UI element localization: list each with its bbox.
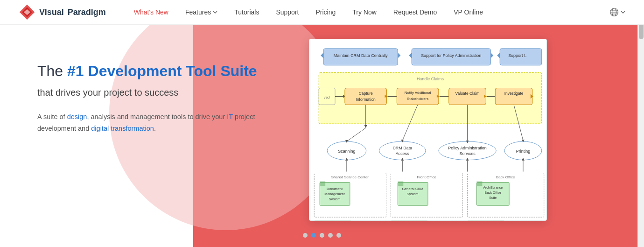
svg-text:General CRM: General CRM	[402, 187, 424, 191]
nav-features[interactable]: Features	[185, 8, 217, 16]
svg-text:Suite: Suite	[490, 196, 497, 199]
svg-text:System: System	[407, 192, 419, 196]
navigation: Visual Paradigm What's New Features Tuto…	[0, 0, 644, 25]
svg-text:Front Office: Front Office	[417, 175, 437, 179]
svg-text:Printing: Printing	[516, 149, 530, 154]
svg-text:Stakeholders: Stakeholders	[407, 97, 428, 101]
nav-request-demo[interactable]: Request Demo	[393, 8, 437, 16]
globe-chevron-icon	[621, 11, 625, 14]
dot-1[interactable]	[311, 233, 316, 238]
svg-rect-39	[496, 88, 533, 105]
nav-links: What's New Features Tutorials Support Pr…	[134, 8, 609, 16]
it-link[interactable]: IT	[227, 113, 233, 120]
svg-text:Access: Access	[396, 151, 409, 156]
hero-description: A suite of design, analysis and manageme…	[37, 111, 271, 134]
globe-icon	[609, 7, 619, 17]
svg-text:Capture: Capture	[359, 91, 373, 96]
svg-rect-76	[320, 181, 326, 186]
svg-text:Notify Additional: Notify Additional	[405, 91, 431, 95]
svg-text:CRM Data: CRM Data	[393, 146, 413, 150]
hero-title: The #1 Development Tool Suite	[37, 62, 290, 80]
carousel-dots	[303, 233, 341, 238]
svg-rect-82	[398, 181, 404, 186]
hero-subtitle: that drives your project to success	[37, 87, 290, 98]
digital-link[interactable]: digital transformation	[91, 125, 154, 132]
svg-text:Back Office: Back Office	[485, 191, 502, 194]
svg-text:ArchiSurance: ArchiSurance	[483, 186, 503, 189]
nav-pricing[interactable]: Pricing	[315, 8, 336, 16]
design-link[interactable]: design	[67, 113, 87, 120]
svg-text:Investigate: Investigate	[504, 91, 524, 96]
logo[interactable]: Visual Paradigm	[19, 4, 106, 21]
nav-tutorials[interactable]: Tutorials	[234, 8, 259, 16]
language-selector[interactable]	[609, 7, 625, 17]
hero-title-highlight: #1 Development Tool Suite	[67, 63, 257, 79]
svg-text:Back Office: Back Office	[496, 175, 515, 179]
svg-rect-89	[477, 181, 483, 186]
svg-text:Support f...: Support f...	[509, 53, 529, 58]
diagram-frame: Maintain CRM Data Centrally Support for …	[309, 39, 547, 221]
svg-rect-25	[345, 88, 387, 105]
nav-vp-online[interactable]: VP Online	[454, 8, 483, 16]
logo-paradigm: Paradigm	[68, 7, 106, 17]
hero-diagram-area: Maintain CRM Data Centrally Support for …	[309, 25, 644, 247]
nav-try-now[interactable]: Try Now	[352, 8, 377, 16]
svg-text:Information: Information	[356, 97, 376, 102]
svg-text:Services: Services	[460, 151, 476, 156]
svg-text:Valuate Claim: Valuate Claim	[455, 91, 480, 96]
svg-text:ved: ved	[324, 95, 330, 99]
nav-right	[609, 7, 625, 17]
dot-3[interactable]	[328, 233, 333, 238]
svg-text:Policy Administration: Policy Administration	[448, 146, 487, 150]
dot-2[interactable]	[320, 233, 324, 238]
svg-text:System: System	[329, 197, 341, 201]
logo-icon	[19, 4, 35, 21]
dot-0[interactable]	[303, 233, 308, 238]
svg-text:Scanning: Scanning	[338, 149, 356, 154]
svg-text:Shared Service Center: Shared Service Center	[331, 175, 369, 179]
svg-text:Maintain CRM Data Centrally: Maintain CRM Data Centrally	[334, 53, 388, 58]
logo-visual: Visual	[39, 7, 64, 17]
nav-support[interactable]: Support	[276, 8, 299, 16]
chevron-down-icon	[213, 11, 217, 14]
svg-text:Support for Policy Administrat: Support for Policy Administration	[421, 53, 482, 58]
svg-text:Handle Claims: Handle Claims	[417, 77, 444, 81]
dot-4[interactable]	[336, 233, 341, 238]
hero-section: The #1 Development Tool Suite that drive…	[0, 25, 644, 247]
nav-whats-new[interactable]: What's New	[134, 8, 168, 16]
hero-content: The #1 Development Tool Suite that drive…	[0, 25, 309, 247]
architecture-diagram: Maintain CRM Data Centrally Support for …	[309, 39, 546, 220]
svg-text:Management: Management	[325, 192, 345, 196]
svg-rect-35	[449, 88, 486, 105]
svg-text:Document: Document	[327, 187, 343, 191]
